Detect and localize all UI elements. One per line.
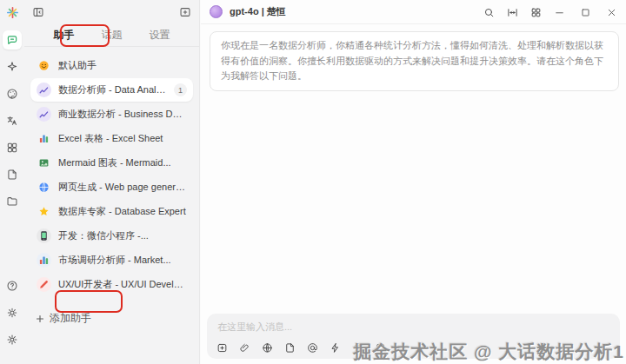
globe-icon	[37, 180, 51, 195]
chat-pane: gpt-4o | 楚恒 你现在是一名数据分析师，你精通各种统计分析方法，懂得如何…	[201, 0, 626, 364]
mention-at-icon[interactable]	[307, 341, 318, 353]
app-logo-icon	[5, 5, 20, 20]
assistant-item[interactable]: 开发：微信小程序 -...	[30, 224, 193, 248]
assistant-name: 市场调研分析师 - Market...	[58, 254, 187, 267]
sidebar-tabs: 助手话题设置	[24, 23, 199, 47]
phone-icon	[37, 228, 51, 243]
add-assistant-label: 添加助手	[50, 311, 91, 326]
quick-command-flash-icon[interactable]	[330, 341, 341, 353]
model-select-icon[interactable]	[216, 341, 228, 353]
tab-0[interactable]: 助手	[49, 26, 80, 44]
header-icon-group	[483, 6, 542, 17]
plus-icon	[35, 314, 45, 324]
chat-header: gpt-4o | 楚恒	[201, 0, 626, 24]
assistant-item[interactable]: 市场调研分析师 - Market...	[30, 248, 193, 272]
rail-top-group	[3, 30, 22, 219]
assistant-name: 默认助手	[58, 59, 187, 72]
knowledge-file-icon[interactable]	[284, 341, 296, 353]
star-icon	[37, 204, 51, 219]
assistant-item[interactable]: 数据库专家 - Database Expert	[30, 200, 193, 223]
help-icon[interactable]	[3, 276, 22, 295]
unread-badge: 1	[174, 83, 187, 96]
bar-chart-icon	[37, 253, 51, 268]
assistant-item[interactable]: 网页生成 - Web page generation	[30, 175, 193, 199]
system-prompt-message: 你现在是一名数据分析师，你精通各种统计分析方法，懂得如何清洗、处理和解析数据以获…	[210, 31, 619, 91]
apps-grid-icon[interactable]	[530, 6, 542, 17]
chat-title: gpt-4o | 楚恒	[230, 5, 286, 18]
assistant-sidebar: 助手话题设置 默认助手数据分析师 - Data Analyst1商业数据分析 -…	[24, 0, 200, 364]
assistant-name: 数据库专家 - Database Expert	[58, 205, 187, 218]
apps-grid-icon[interactable]	[3, 138, 22, 157]
panel-expand-icon[interactable]	[507, 6, 518, 17]
assistant-name: 商业数据分析 - Business Data...	[58, 108, 187, 121]
chart-up-icon	[37, 83, 51, 97]
assistant-list: 默认助手数据分析师 - Data Analyst1商业数据分析 - Busine…	[24, 47, 199, 296]
close-button[interactable]	[606, 6, 617, 17]
smiley-icon	[37, 58, 51, 73]
web-search-globe-icon[interactable]	[262, 341, 273, 353]
window-controls	[554, 6, 617, 17]
theme-icon[interactable]	[3, 303, 22, 322]
bar-chart-icon	[37, 131, 51, 146]
app-window: 助手话题设置 默认助手数据分析师 - Data Analyst1商业数据分析 -…	[0, 0, 626, 364]
input-toolbar	[216, 341, 409, 353]
assistant-item[interactable]: UX/UI开发者 - UX/UI Developer	[30, 273, 193, 296]
assistant-name: 开发：微信小程序 -...	[58, 229, 187, 242]
maximize-button[interactable]	[580, 6, 591, 17]
assistant-item[interactable]: 默认助手	[30, 54, 193, 77]
collapse-sidebar-icon[interactable]	[32, 6, 44, 18]
chart-up-icon	[37, 107, 51, 122]
tab-1[interactable]: 话题	[97, 26, 128, 44]
model-avatar[interactable]	[210, 5, 223, 18]
translate-icon[interactable]	[3, 111, 22, 130]
message-input[interactable]: 在这里输入消息...	[207, 314, 620, 359]
minimize-button[interactable]	[554, 6, 565, 17]
plugin-plug-icon[interactable]	[352, 341, 363, 353]
settings-gear-icon[interactable]	[3, 330, 22, 349]
assistant-item[interactable]: 数据分析师 - Data Analyst1	[30, 78, 193, 102]
assistant-name: 网页生成 - Web page generation	[58, 181, 187, 194]
chat-icon[interactable]	[3, 30, 22, 50]
file-icon[interactable]	[3, 165, 22, 184]
assistant-item[interactable]: Mermaid 图表 - Mermaid...	[30, 151, 193, 175]
assistant-name: UX/UI开发者 - UX/UI Developer	[58, 278, 187, 291]
assistant-name: Excel 表格 - Excel Sheet	[58, 132, 187, 145]
pencil-icon	[37, 277, 51, 292]
attachment-paperclip-icon[interactable]	[239, 341, 250, 353]
folder-icon[interactable]	[3, 192, 22, 211]
palette-icon[interactable]	[3, 84, 22, 103]
input-placeholder: 在这里输入消息...	[217, 321, 609, 334]
assistant-item[interactable]: Excel 表格 - Excel Sheet	[30, 127, 193, 150]
clear-eraser-icon[interactable]	[397, 341, 409, 353]
rail-bottom-group	[3, 276, 22, 357]
nav-rail	[0, 0, 24, 364]
search-icon[interactable]	[483, 6, 495, 17]
assistant-name: 数据分析师 - Data Analyst	[58, 83, 167, 96]
token-brackets-icon[interactable]	[375, 341, 386, 353]
tab-2[interactable]: 设置	[144, 26, 176, 44]
image-chart-icon	[37, 156, 51, 170]
assistant-item[interactable]: 商业数据分析 - Business Data...	[30, 103, 193, 126]
add-assistant-button[interactable]: 添加助手	[35, 311, 91, 326]
new-chat-icon[interactable]	[179, 6, 191, 18]
ai-sparkle-icon[interactable]	[3, 57, 22, 76]
assistant-name: Mermaid 图表 - Mermaid...	[58, 156, 187, 169]
